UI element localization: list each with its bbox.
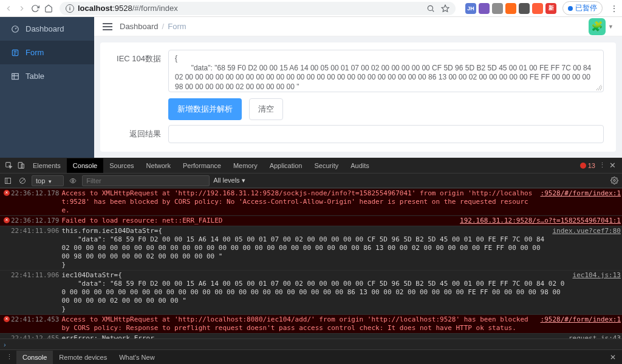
console-prompt[interactable]: › xyxy=(0,339,622,349)
site-info-icon[interactable]: i xyxy=(66,4,74,13)
devtools-tab-application[interactable]: Application xyxy=(264,158,309,173)
devtools-tab-sources[interactable]: Sources xyxy=(103,158,140,173)
log-message: Access to XMLHttpRequest at 'http://loca… xyxy=(61,315,534,332)
main-header: Dashboard/Form 🧩 ▼ xyxy=(94,17,622,36)
sidebar-item-form[interactable]: Form xyxy=(0,41,94,64)
gauge-icon xyxy=(11,25,19,33)
extension-icon[interactable] xyxy=(505,3,516,14)
settings-gear-icon[interactable] xyxy=(609,175,620,186)
sidebar: Dashboard Form Table xyxy=(0,17,94,158)
error-count-badge[interactable]: 13 xyxy=(580,162,595,169)
devtools-close-icon[interactable]: ✕ xyxy=(609,161,616,170)
console-filter-input[interactable] xyxy=(82,175,210,186)
console-line: ×22:41:12.453Access to XMLHttpRequest at… xyxy=(0,314,622,333)
devtools-tab-network[interactable]: Network xyxy=(140,158,177,173)
app-container: Dashboard Form Table Dashboard/Form 🧩 ▼ xyxy=(0,17,622,158)
browser-menu-icon[interactable]: ⋮ xyxy=(610,4,618,13)
drawer-tab-remote-devices[interactable]: Remote devices xyxy=(53,351,113,364)
devtools-tab-audits[interactable]: Audits xyxy=(344,158,375,173)
parse-button[interactable]: 新增数据并解析 xyxy=(168,98,242,120)
star-icon[interactable] xyxy=(441,4,449,13)
log-timestamp: 22:41:11.906 xyxy=(11,271,61,314)
device-toggle-icon[interactable] xyxy=(15,160,27,172)
sidebar-item-dashboard[interactable]: Dashboard xyxy=(0,17,94,41)
devtools-tab-elements[interactable]: Elements xyxy=(27,158,67,173)
breadcrumb-root[interactable]: Dashboard xyxy=(120,22,159,31)
avatar: 🧩 xyxy=(589,18,606,35)
result-input[interactable] xyxy=(168,125,604,143)
iec104-textarea[interactable]: { "data": "68 59 F0 D2 00 00 15 A6 14 00… xyxy=(168,50,604,92)
log-levels-select[interactable]: All levels ▾ xyxy=(213,177,245,184)
drawer-close-icon[interactable]: ✕ xyxy=(606,353,620,362)
log-source-link[interactable]: :9528/#/form/index:1 xyxy=(535,315,621,332)
log-source-link[interactable]: iec104.js:13 xyxy=(567,271,621,314)
log-timestamp: 22:41:11.906 xyxy=(11,227,61,269)
back-icon[interactable] xyxy=(4,4,13,13)
devtools-tabbar: ElementsConsoleSourcesNetworkPerformance… xyxy=(0,158,622,174)
clear-console-icon[interactable] xyxy=(17,175,28,186)
home-icon[interactable] xyxy=(44,4,53,13)
log-source-link[interactable]: :9528/#/form/index:1 xyxy=(535,189,621,215)
clear-button[interactable]: 清空 xyxy=(249,98,283,120)
svg-rect-4 xyxy=(12,73,19,79)
field-label-result: 返回结果 xyxy=(112,125,161,140)
address-bar[interactable]: i localhost:9528/#/form/index xyxy=(60,2,456,15)
svg-rect-7 xyxy=(21,164,24,168)
extension-icon[interactable] xyxy=(479,3,490,14)
extension-icon[interactable] xyxy=(519,3,530,14)
svg-point-11 xyxy=(613,180,615,181)
extension-icon[interactable]: 新 xyxy=(545,3,556,14)
console-body[interactable]: ×22:36:12.178Access to XMLHttpRequest at… xyxy=(0,188,622,339)
chevron-down-icon: ▼ xyxy=(608,24,613,30)
svg-marker-1 xyxy=(442,5,449,12)
search-icon[interactable] xyxy=(426,4,435,13)
extension-icon[interactable] xyxy=(532,3,543,14)
context-select[interactable]: top▼ xyxy=(32,175,64,186)
devtools-tab-memory[interactable]: Memory xyxy=(227,158,264,173)
extension-icon[interactable] xyxy=(492,3,503,14)
hamburger-icon[interactable] xyxy=(103,23,112,30)
breadcrumb-current: Form xyxy=(168,22,186,31)
main-area: Dashboard/Form 🧩 ▼ IEC 104数据 { "data": "… xyxy=(94,17,622,158)
sidebar-item-label: Form xyxy=(26,48,44,57)
console-line: 22:41:11.906iec104DataStr={ "data": "68 … xyxy=(0,270,622,314)
log-message: this.form.iec104DataStr={ "data": "68 59… xyxy=(61,227,546,269)
extension-icon[interactable]: JH xyxy=(465,3,476,14)
drawer-tab-console[interactable]: Console xyxy=(16,351,53,364)
log-source-link[interactable]: index.vue?cef7:80 xyxy=(546,227,621,269)
resize-handle-icon[interactable] xyxy=(596,84,602,90)
sidebar-item-label: Table xyxy=(26,72,44,81)
debugger-paused-badge[interactable]: 已暂停 xyxy=(562,1,603,15)
live-expression-icon[interactable] xyxy=(67,175,78,186)
log-source-link[interactable]: 192.168.31.12:9528/s…o?t=1582554967041:1 xyxy=(454,217,621,225)
devtools-menu-icon[interactable]: ⋮ xyxy=(599,161,606,169)
error-icon: × xyxy=(4,190,10,196)
svg-point-10 xyxy=(72,180,74,181)
form-card: IEC 104数据 { "data": "68 59 F0 D2 00 00 1… xyxy=(100,42,616,152)
error-icon: × xyxy=(4,316,10,322)
table-icon xyxy=(11,72,19,81)
drawer-tab-what's-new[interactable]: What's New xyxy=(113,351,160,364)
devtools-tab-security[interactable]: Security xyxy=(308,158,344,173)
reload-icon[interactable] xyxy=(30,4,40,13)
console-line: ×22:36:12.179Failed to load resource: ne… xyxy=(0,215,622,226)
sidebar-item-table[interactable]: Table xyxy=(0,64,94,88)
console-sidebar-icon[interactable] xyxy=(2,175,13,186)
browser-toolbar: i localhost:9528/#/form/index JH新 已暂停 ⋮ xyxy=(0,0,622,17)
log-timestamp: 22:36:12.178 xyxy=(11,189,61,215)
devtools-tab-performance[interactable]: Performance xyxy=(177,158,227,173)
devtools-panel: ElementsConsoleSourcesNetworkPerformance… xyxy=(0,158,622,364)
log-timestamp: 22:41:12.455 xyxy=(11,334,61,339)
form-icon xyxy=(11,49,19,57)
log-message: Access to XMLHttpRequest at 'http://192.… xyxy=(61,189,534,215)
user-menu[interactable]: 🧩 ▼ xyxy=(589,18,613,35)
forward-icon[interactable] xyxy=(17,4,27,13)
drawer-menu-icon[interactable]: ⋮ xyxy=(2,353,16,361)
log-timestamp: 22:36:12.179 xyxy=(11,217,61,225)
svg-point-0 xyxy=(428,5,432,10)
log-source-link[interactable]: request.js:43 xyxy=(562,334,621,339)
devtools-tab-console[interactable]: Console xyxy=(67,158,103,173)
inspect-icon[interactable] xyxy=(2,160,15,172)
log-message: errError: Network Error xyxy=(61,334,562,339)
extension-icons: JH新 xyxy=(465,3,556,14)
